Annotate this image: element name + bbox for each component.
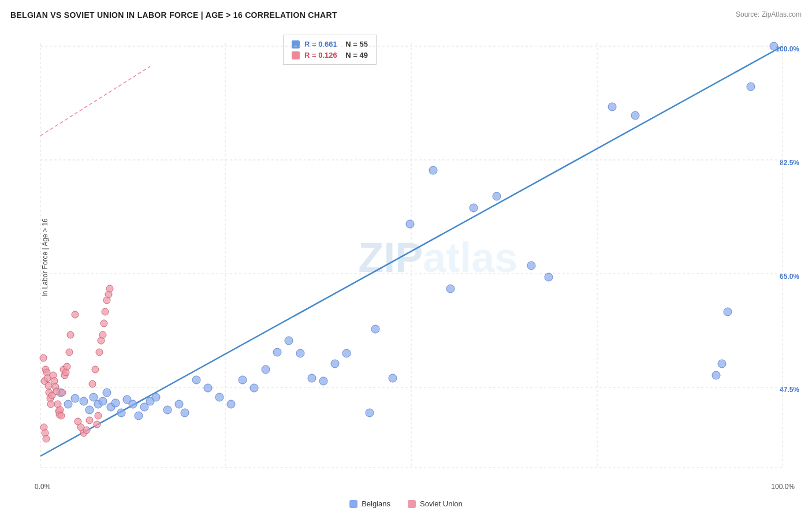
svg-point-41: [285, 337, 293, 345]
svg-point-89: [67, 331, 74, 338]
bottom-legend: Belgians Soviet Union: [0, 499, 812, 508]
svg-line-11: [40, 66, 150, 136]
svg-point-16: [85, 406, 94, 414]
svg-point-69: [45, 382, 52, 389]
svg-point-62: [747, 83, 755, 91]
svg-point-23: [117, 409, 125, 417]
svg-point-72: [47, 401, 54, 408]
svg-point-32: [181, 409, 189, 417]
svg-point-45: [331, 360, 339, 368]
svg-point-61: [724, 308, 732, 316]
svg-point-58: [631, 111, 639, 120]
svg-point-31: [175, 400, 183, 408]
svg-point-36: [227, 400, 235, 408]
svg-point-82: [58, 412, 65, 419]
svg-point-26: [135, 412, 143, 420]
svg-point-99: [95, 412, 102, 419]
svg-point-94: [83, 427, 90, 434]
svg-point-14: [71, 394, 79, 402]
svg-point-33: [192, 376, 200, 384]
svg-point-59: [712, 371, 720, 379]
svg-point-46: [342, 349, 351, 357]
svg-point-20: [103, 389, 111, 397]
belgians-label: Belgians: [362, 499, 390, 508]
chart-svg: [0, 0, 812, 515]
svg-point-83: [59, 389, 66, 396]
x-label-0: 0.0%: [35, 483, 50, 491]
svg-point-102: [99, 331, 106, 338]
svg-point-53: [470, 204, 478, 212]
svg-point-60: [718, 360, 726, 368]
svg-point-13: [64, 400, 72, 408]
svg-point-15: [80, 397, 88, 405]
svg-point-19: [99, 397, 107, 405]
svg-point-25: [129, 400, 137, 408]
soviet-label: Soviet Union: [420, 499, 463, 508]
svg-point-38: [250, 384, 258, 392]
chart-container: BELGIAN VS SOVIET UNION IN LABOR FORCE |…: [0, 0, 812, 515]
svg-point-42: [296, 349, 304, 357]
svg-point-90: [72, 311, 79, 318]
svg-point-30: [163, 406, 172, 414]
svg-point-43: [308, 374, 316, 382]
legend-soviet: Soviet Union: [408, 499, 463, 508]
svg-point-54: [493, 192, 501, 200]
svg-point-35: [215, 393, 224, 401]
svg-point-22: [111, 399, 120, 407]
svg-point-63: [770, 42, 778, 50]
svg-point-50: [406, 220, 414, 228]
svg-point-55: [527, 262, 535, 270]
svg-point-97: [92, 366, 99, 373]
svg-point-100: [96, 349, 103, 356]
svg-point-49: [389, 374, 397, 382]
soviet-bottom-swatch: [408, 500, 416, 508]
svg-point-17: [90, 393, 98, 401]
svg-point-37: [239, 376, 247, 384]
legend-belgians: Belgians: [349, 499, 390, 508]
svg-point-39: [262, 365, 270, 374]
svg-point-107: [106, 285, 113, 292]
svg-point-51: [429, 166, 437, 174]
svg-point-87: [64, 363, 70, 370]
svg-point-56: [545, 273, 553, 281]
svg-point-88: [66, 349, 73, 356]
svg-point-98: [94, 421, 100, 428]
svg-point-96: [89, 380, 96, 387]
svg-point-40: [273, 348, 281, 356]
svg-point-104: [102, 308, 109, 315]
belgians-bottom-swatch: [349, 500, 357, 508]
svg-point-52: [446, 285, 455, 293]
svg-point-103: [100, 320, 107, 327]
svg-point-48: [371, 325, 379, 333]
svg-point-57: [608, 103, 616, 111]
svg-point-64: [40, 354, 47, 361]
svg-point-29: [152, 393, 160, 401]
svg-point-47: [366, 409, 374, 417]
svg-point-110: [43, 435, 50, 442]
svg-point-44: [319, 377, 327, 385]
svg-point-34: [204, 384, 212, 392]
x-label-100: 100.0%: [771, 483, 795, 491]
svg-point-95: [86, 417, 93, 424]
